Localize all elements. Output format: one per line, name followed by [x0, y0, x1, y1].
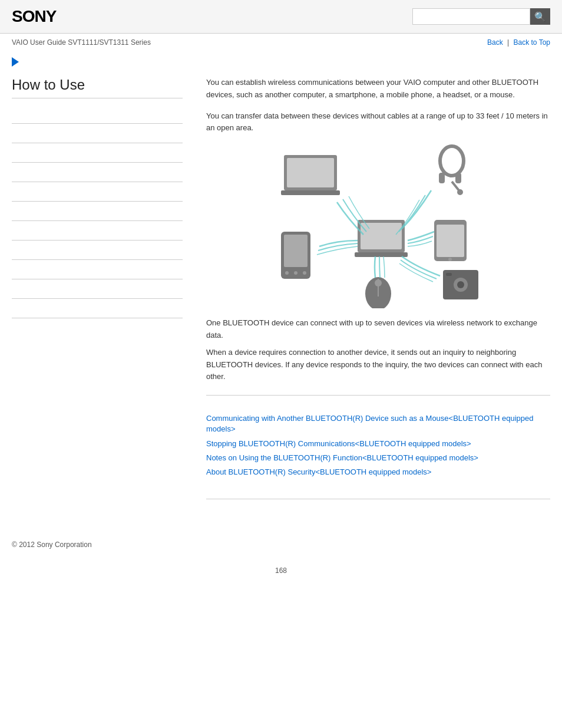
sidebar-link[interactable] — [12, 207, 183, 215]
related-links: Communicating with Another BLUETOOTH(R) … — [206, 407, 550, 487]
nav-bar: VAIO User Guide SVT1111/SVT1311 Series B… — [0, 34, 562, 51]
related-link-4[interactable]: About BLUETOOTH(R) Security<BLUETOOTH eq… — [206, 467, 550, 477]
sidebar-link[interactable] — [12, 226, 183, 235]
related-link-3[interactable]: Notes on Using the BLUETOOTH(R) Function… — [206, 453, 550, 463]
list-item — [12, 241, 183, 260]
svg-rect-15 — [355, 252, 408, 257]
mouse-icon — [365, 277, 391, 308]
svg-point-18 — [448, 258, 452, 261]
chevron-right-icon — [12, 57, 19, 67]
sidebar-links — [12, 104, 183, 318]
intro-paragraph-1: You can establish wireless communication… — [206, 77, 550, 101]
signal-waves-4 — [408, 232, 434, 246]
back-link[interactable]: Back — [487, 38, 503, 47]
list-item — [12, 182, 183, 202]
main-content: How to Use You can establish wireless co… — [0, 71, 562, 523]
sidebar-link[interactable] — [12, 110, 183, 118]
sidebar: How to Use — [12, 77, 194, 511]
section-divider-top — [206, 395, 550, 396]
svg-rect-17 — [437, 225, 464, 257]
list-item — [12, 124, 183, 143]
bluetooth-diagram-svg — [266, 143, 490, 308]
sidebar-link[interactable] — [12, 168, 183, 176]
svg-point-7 — [457, 189, 463, 195]
related-link-1[interactable]: Communicating with Another BLUETOOTH(R) … — [206, 413, 550, 434]
svg-point-24 — [457, 281, 464, 288]
svg-rect-25 — [446, 273, 452, 276]
phone-icon — [281, 232, 310, 279]
svg-point-12 — [303, 271, 306, 275]
svg-rect-14 — [361, 223, 402, 249]
intro-paragraph-2: You can transfer data between these devi… — [206, 110, 550, 135]
list-item — [12, 163, 183, 182]
svg-rect-2 — [281, 190, 340, 195]
svg-point-11 — [294, 271, 297, 275]
signal-waves-1 — [337, 196, 369, 235]
svg-rect-4 — [439, 173, 445, 183]
list-item — [12, 279, 183, 299]
sidebar-link[interactable] — [12, 187, 183, 196]
svg-point-21 — [375, 279, 382, 286]
svg-rect-1 — [287, 158, 334, 187]
list-item — [12, 221, 183, 241]
svg-point-10 — [285, 271, 289, 275]
svg-rect-5 — [455, 173, 461, 183]
list-item — [12, 299, 183, 318]
back-to-top-link[interactable]: Back to Top — [514, 38, 550, 47]
signal-waves-5 — [375, 256, 385, 278]
svg-point-3 — [440, 146, 464, 176]
bluetooth-illustration — [206, 143, 550, 308]
signal-waves-6 — [399, 256, 440, 282]
svg-rect-9 — [284, 235, 308, 267]
tablet-icon — [434, 220, 467, 261]
list-item — [12, 143, 183, 163]
sidebar-link[interactable] — [12, 129, 183, 137]
sidebar-link[interactable] — [12, 285, 183, 293]
signal-waves-2 — [396, 190, 431, 235]
page-number: 168 — [0, 561, 562, 587]
copyright-text: © 2012 Sony Corporation — [12, 541, 92, 549]
page-header: SONY 🔍 — [0, 0, 562, 34]
page-footer: © 2012 Sony Corporation — [0, 523, 562, 561]
nav-separator: | — [507, 38, 509, 47]
speaker-icon — [443, 270, 478, 299]
signal-waves-3 — [317, 241, 358, 255]
sidebar-link[interactable] — [12, 246, 183, 254]
guide-title: VAIO User Guide SVT1111/SVT1311 Series — [12, 38, 151, 47]
body-paragraph-2: When a device requires connection to ano… — [206, 347, 550, 383]
body-paragraph-1: One BLUETOOTH device can connect with up… — [206, 317, 550, 342]
search-icon: 🔍 — [534, 11, 546, 22]
search-area: 🔍 — [412, 8, 550, 25]
list-item — [12, 104, 183, 124]
headset-icon — [439, 146, 464, 195]
breadcrumb — [0, 51, 562, 71]
list-item — [12, 260, 183, 279]
list-item — [12, 202, 183, 221]
related-link-2[interactable]: Stopping BLUETOOTH(R) Communications<BLU… — [206, 439, 550, 449]
sidebar-link[interactable] — [12, 149, 183, 157]
content-area: You can establish wireless communication… — [194, 77, 550, 511]
search-button[interactable]: 🔍 — [530, 8, 550, 25]
sidebar-title: How to Use — [12, 77, 183, 98]
nav-links: Back | Back to Top — [487, 38, 550, 47]
laptop-top-left — [281, 155, 340, 195]
section-divider-bottom — [206, 499, 550, 499]
sidebar-link[interactable] — [12, 265, 183, 274]
search-input[interactable] — [412, 8, 530, 25]
sony-logo: SONY — [12, 7, 56, 26]
laptop-center — [355, 220, 408, 257]
sidebar-link[interactable] — [12, 304, 183, 312]
